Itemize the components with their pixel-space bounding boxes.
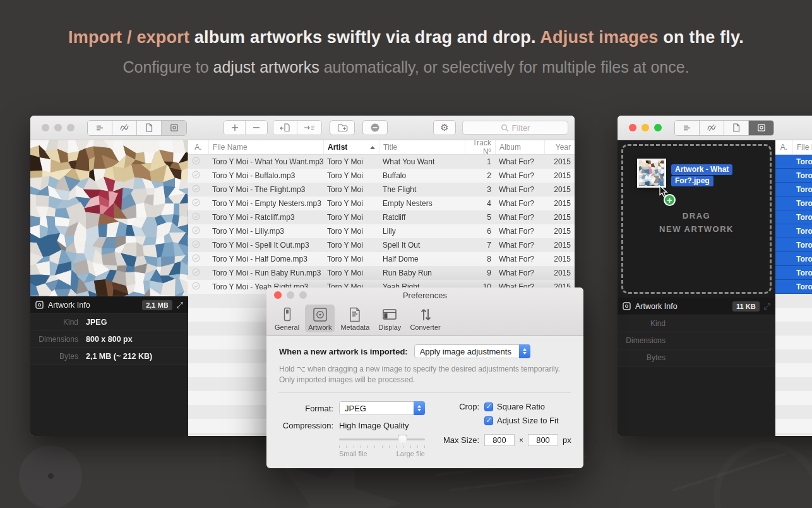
crop-label: Crop: bbox=[439, 401, 479, 412]
tab-display[interactable]: Display bbox=[375, 305, 404, 332]
artwork-info-header: Artwork Info 2,1 MB ⤢ bbox=[30, 296, 188, 313]
preferences-title: Preferences bbox=[266, 291, 583, 300]
table-row[interactable]: Toro Y Moi - What You Want.mp3Toro Y Moi… bbox=[188, 155, 575, 169]
minimize-button[interactable] bbox=[287, 291, 294, 299]
selected-table-row[interactable]: Toro Y Moi - The Flight.mp3 bbox=[775, 183, 812, 197]
format-popup[interactable]: JPEG bbox=[339, 401, 425, 415]
display-icon bbox=[381, 306, 398, 323]
artwork-check-icon bbox=[192, 282, 200, 290]
artwork-icon bbox=[756, 123, 767, 133]
max-width-field[interactable]: 800 bbox=[484, 434, 515, 446]
tab-general[interactable]: General bbox=[272, 305, 302, 332]
artwork-size-badge: 11 KB bbox=[732, 301, 760, 311]
column-header-artwork[interactable]: A. bbox=[775, 143, 792, 152]
selected-table-row[interactable]: Toro Y Moi - Empty Nesters.mp3 bbox=[775, 197, 812, 210]
column-header-album[interactable]: Album bbox=[495, 140, 544, 154]
remove-files-button[interactable] bbox=[246, 121, 267, 135]
slider-track[interactable] bbox=[339, 435, 425, 444]
selected-table-row[interactable]: Toro Y Moi - Run Baby Run.mp3 bbox=[775, 266, 812, 280]
add-files-button[interactable] bbox=[224, 121, 246, 135]
close-button[interactable] bbox=[42, 124, 49, 131]
import-behavior-row: When a new artwork is imported: Apply im… bbox=[279, 344, 571, 358]
table-row[interactable]: Toro Y Moi - Empty Nesters.mp3Toro Y Moi… bbox=[188, 197, 575, 210]
crop-row: Crop: ✓ Square Ratio bbox=[439, 401, 571, 412]
zoom-button[interactable] bbox=[654, 124, 662, 131]
import-behavior-label: When a new artwork is imported: bbox=[279, 347, 408, 356]
column-header-title[interactable]: Title bbox=[379, 140, 465, 154]
expand-artwork-icon[interactable]: ⤢ bbox=[764, 301, 770, 311]
clear-artwork-button[interactable] bbox=[362, 120, 388, 135]
adjust-size-checkbox[interactable]: ✓ bbox=[484, 416, 493, 425]
expand-artwork-icon[interactable]: ⤢ bbox=[177, 300, 183, 310]
artwork-size-badge: 2,1 MB bbox=[142, 300, 172, 310]
import-behavior-popup[interactable]: Apply image adjustments bbox=[414, 344, 530, 358]
export-icon bbox=[304, 123, 315, 132]
table-row[interactable]: Toro Y Moi - Run Baby Run.mp3Toro Y MoiR… bbox=[188, 266, 575, 280]
artwork-info-title: Artwork Info bbox=[48, 301, 138, 310]
general-icon bbox=[280, 306, 295, 323]
metadata-view-segment[interactable] bbox=[137, 121, 162, 135]
audio-view-segment[interactable] bbox=[112, 121, 137, 135]
close-button[interactable] bbox=[274, 291, 282, 299]
selected-table-row[interactable]: Toro Y Moi - Ratcliff.mp3 bbox=[775, 210, 812, 224]
list-view-segment[interactable] bbox=[675, 121, 700, 135]
artwork-view-segment[interactable] bbox=[749, 121, 773, 135]
column-header-artist[interactable]: Artist bbox=[323, 140, 379, 154]
max-height-field[interactable]: 800 bbox=[528, 434, 558, 446]
preferences-body: When a new artwork is imported: Apply im… bbox=[266, 336, 583, 457]
view-mode-segmented-control bbox=[87, 120, 187, 136]
square-ratio-checkbox[interactable]: ✓ bbox=[484, 402, 493, 411]
column-header-artwork[interactable]: A. bbox=[188, 140, 208, 154]
page: Import / export album artworks swiftly v… bbox=[0, 0, 812, 508]
tab-converter[interactable]: Converter bbox=[407, 305, 443, 332]
list-view-segment[interactable] bbox=[88, 121, 112, 135]
artwork-info-icon bbox=[623, 302, 631, 310]
artwork-view-segment[interactable] bbox=[162, 121, 186, 135]
selected-table-row[interactable]: Toro Y Moi - Spell It Out.mp3 bbox=[775, 238, 812, 252]
selected-table-row[interactable]: Toro Y Moi - Half Dome.mp3 bbox=[775, 252, 812, 266]
zoom-button[interactable] bbox=[299, 291, 307, 299]
empty-table-row bbox=[775, 349, 812, 363]
selected-table-row[interactable]: Toro Y Moi - Yeah Right.mp3 bbox=[775, 280, 812, 294]
column-header-file-name[interactable]: File N bbox=[792, 140, 812, 154]
drag-drop-window: DRAG NEW ARTWORK Artwork - What For?.jpe… bbox=[618, 116, 812, 436]
selected-table-row[interactable]: Toro Y Moi - Buffalo.mp3 bbox=[775, 169, 812, 183]
remove-circle-icon bbox=[370, 123, 380, 133]
close-button[interactable] bbox=[629, 124, 636, 131]
audio-view-segment[interactable] bbox=[700, 121, 724, 135]
album-artwork-image[interactable] bbox=[30, 140, 188, 296]
table-row[interactable]: Toro Y Moi - Buffalo.mp3Toro Y MoiBuffal… bbox=[188, 169, 575, 183]
artwork-drop-zone[interactable]: DRAG NEW ARTWORK Artwork - What For?.jpe… bbox=[621, 144, 772, 294]
slider-thumb[interactable] bbox=[398, 435, 407, 444]
selected-table-row[interactable]: Toro Y Moi - Lilly.mp3 bbox=[775, 224, 812, 238]
column-header-track[interactable]: Track Nº bbox=[465, 140, 495, 154]
folder-icon bbox=[337, 123, 348, 132]
list-icon bbox=[95, 123, 105, 133]
export-artwork-button[interactable] bbox=[297, 121, 321, 135]
compression-slider[interactable]: Small file Large file bbox=[339, 435, 425, 457]
metadata-view-segment[interactable] bbox=[724, 121, 749, 135]
dragged-file-thumbnail[interactable] bbox=[637, 159, 666, 188]
filter-search-field[interactable]: Filter bbox=[462, 121, 568, 135]
reveal-in-finder-button[interactable] bbox=[330, 120, 355, 135]
table-row[interactable]: Toro Y Moi - Spell It Out.mp3Toro Y MoiS… bbox=[188, 238, 575, 252]
tab-artwork[interactable]: Artwork bbox=[305, 305, 335, 332]
minimize-button[interactable] bbox=[642, 124, 649, 131]
minimize-button[interactable] bbox=[54, 124, 62, 131]
gear-icon: ⚙ bbox=[440, 123, 448, 133]
column-header-file-name[interactable]: File Name bbox=[208, 140, 323, 154]
table-row[interactable]: Toro Y Moi - Half Dome.mp3Toro Y MoiHalf… bbox=[188, 252, 575, 266]
table-row[interactable]: Toro Y Moi - Ratcliff.mp3Toro Y MoiRatcl… bbox=[188, 210, 575, 224]
empty-table-row bbox=[775, 294, 812, 308]
column-header-year[interactable]: Year bbox=[544, 140, 575, 154]
selected-table-row[interactable]: Toro Y Moi - What You Want.mp3 bbox=[775, 155, 812, 169]
settings-button[interactable]: ⚙ bbox=[433, 120, 456, 135]
document-icon bbox=[144, 123, 154, 133]
tab-metadata[interactable]: Metadata bbox=[337, 305, 373, 332]
zoom-button[interactable] bbox=[67, 124, 75, 131]
table-row[interactable]: Toro Y Moi - The Flight.mp3Toro Y MoiThe… bbox=[188, 183, 575, 197]
import-artwork-button[interactable] bbox=[273, 121, 297, 135]
table-row[interactable]: Toro Y Moi - Lilly.mp3Toro Y MoiLilly6Wh… bbox=[188, 224, 575, 238]
hero-accent-adjust-images: Adjust images bbox=[540, 28, 658, 47]
preferences-header: Preferences General Artwork bbox=[266, 287, 583, 336]
